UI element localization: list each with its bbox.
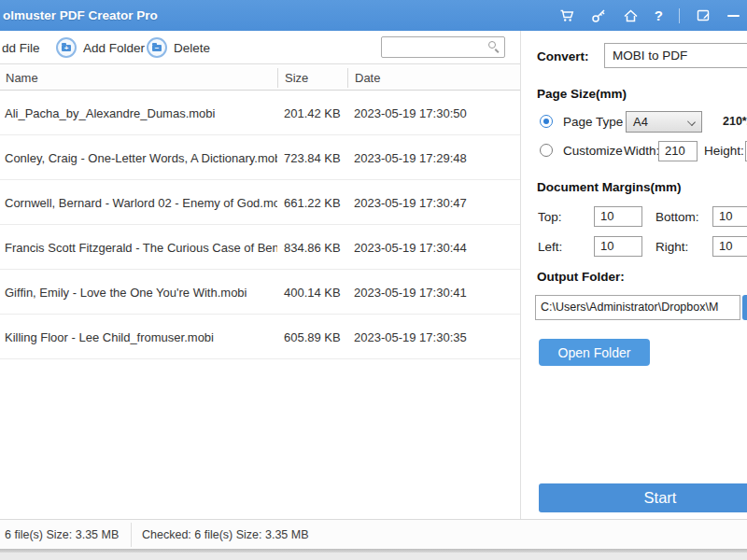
- width-value: 210: [665, 144, 685, 158]
- file-size: 723.84 KB: [284, 151, 341, 165]
- home-icon[interactable]: [623, 8, 639, 23]
- search-box[interactable]: [381, 36, 505, 58]
- customize-label: Customize: [563, 144, 623, 158]
- top-margin-label: Top:: [538, 210, 562, 224]
- column-divider: [347, 68, 348, 88]
- convert-value: MOBI to PDF: [613, 49, 687, 63]
- file-list: Ali_Pacha_by_Alexandre_Dumas.mobi 201.42…: [0, 91, 520, 359]
- cart-icon[interactable]: [559, 8, 575, 23]
- file-date: 2023-05-19 17:30:35: [354, 330, 467, 344]
- file-table-header: Name Size Date: [0, 65, 520, 91]
- window-title: olmuster PDF Creator Pro: [3, 8, 158, 22]
- file-size: 834.86 KB: [284, 241, 341, 255]
- convert-label: Convert:: [537, 49, 589, 63]
- bottom-margin-value: 10: [719, 209, 732, 223]
- window-body: dd File + Add Folder − Delete: [0, 31, 747, 549]
- page-size-heading: Page Size(mm): [537, 87, 627, 101]
- right-margin-label: Right:: [655, 240, 688, 254]
- status-bar: 6 file(s) Size: 3.35 MB Checked: 6 file(…: [0, 519, 747, 549]
- page-type-value: A4: [633, 115, 648, 129]
- titlebar-separator: [679, 8, 680, 23]
- file-name: Francis Scott Fitzgerald - The Curious C…: [5, 241, 277, 255]
- title-bar: olmuster PDF Creator Pro: [0, 0, 747, 31]
- table-row[interactable]: Francis Scott Fitzgerald - The Curious C…: [0, 225, 520, 270]
- height-label: Height:: [704, 144, 744, 158]
- delete-label: Delete: [174, 41, 210, 55]
- app-window: olmuster PDF Creator Pro: [0, 0, 747, 560]
- page-dimensions: 210*2: [723, 115, 747, 128]
- add-folder-label: Add Folder: [83, 41, 145, 55]
- toolbar: dd File + Add Folder − Delete: [0, 31, 520, 64]
- add-folder-icon: +: [56, 37, 77, 58]
- search-input[interactable]: [382, 37, 483, 57]
- page-type-radio[interactable]: [540, 115, 553, 128]
- left-margin-value: 10: [600, 239, 613, 253]
- open-folder-button[interactable]: Open Folder: [539, 339, 650, 366]
- window-bottom-edge: [0, 549, 747, 553]
- width-field[interactable]: 210: [658, 141, 698, 161]
- file-date: 2023-05-19 17:29:48: [354, 151, 467, 165]
- browse-folder-button[interactable]: [742, 295, 747, 320]
- start-button[interactable]: Start: [539, 483, 747, 512]
- file-size: 661.22 KB: [284, 196, 341, 210]
- bottom-margin-label: Bottom:: [655, 210, 699, 224]
- file-name: Ali_Pacha_by_Alexandre_Dumas.mobi: [5, 106, 277, 120]
- status-divider: [131, 523, 132, 547]
- column-header-size[interactable]: Size: [285, 71, 308, 85]
- table-row[interactable]: Ali_Pacha_by_Alexandre_Dumas.mobi 201.42…: [0, 91, 520, 135]
- delete-button[interactable]: − Delete: [147, 31, 210, 64]
- file-size: 201.42 KB: [284, 106, 341, 120]
- table-row[interactable]: Killing Floor - Lee Child_fromuser.mobi …: [0, 315, 520, 359]
- table-row[interactable]: Cornwell, Bernard - Warlord 02 - Enemy o…: [0, 180, 520, 225]
- left-margin-label: Left:: [538, 240, 562, 254]
- file-name: Killing Floor - Lee Child_fromuser.mobi: [5, 330, 277, 344]
- file-size: 605.89 KB: [284, 330, 341, 344]
- file-size: 400.14 KB: [284, 286, 341, 300]
- file-name: Conley, Craig - One-Letter Words, A Dict…: [5, 151, 277, 165]
- settings-panel: Convert: MOBI to PDF Page Size(mm) Page …: [521, 31, 747, 519]
- chevron-down-icon: [687, 118, 696, 126]
- margins-heading: Document Margins(mm): [537, 180, 682, 194]
- file-date: 2023-05-19 17:30:41: [354, 286, 467, 300]
- key-icon[interactable]: [591, 8, 607, 23]
- left-margin-field[interactable]: 10: [594, 236, 642, 257]
- status-total-files: 6 file(s) Size: 3.35 MB: [5, 528, 119, 541]
- search-icon[interactable]: [488, 41, 500, 53]
- right-margin-value: 10: [719, 239, 732, 253]
- status-checked-files: Checked: 6 file(s) Size: 3.35 MB: [142, 528, 309, 541]
- add-file-button[interactable]: dd File: [2, 31, 40, 64]
- width-label: Width:: [624, 144, 659, 158]
- file-date: 2023-05-19 17:30:47: [354, 196, 467, 210]
- add-folder-button[interactable]: + Add Folder: [56, 31, 145, 64]
- customize-radio[interactable]: [540, 144, 553, 157]
- register-icon[interactable]: [696, 8, 712, 23]
- column-header-name[interactable]: Name: [6, 71, 38, 85]
- table-row[interactable]: Giffin, Emily - Love the One You're With…: [0, 270, 520, 315]
- column-divider: [277, 68, 278, 88]
- output-path-value: C:\Users\Administrator\Dropbox\M: [541, 301, 718, 314]
- file-date: 2023-05-19 17:30:50: [354, 106, 467, 120]
- right-margin-field[interactable]: 10: [712, 236, 747, 257]
- help-icon[interactable]: ?: [655, 8, 663, 22]
- output-path-field[interactable]: C:\Users\Administrator\Dropbox\M: [535, 295, 740, 320]
- add-file-label: dd File: [2, 41, 40, 55]
- file-name: Cornwell, Bernard - Warlord 02 - Enemy o…: [5, 196, 277, 210]
- table-row[interactable]: Conley, Craig - One-Letter Words, A Dict…: [0, 135, 520, 180]
- delete-icon: −: [147, 37, 167, 58]
- page-type-label: Page Type: [563, 115, 623, 129]
- top-margin-value: 10: [600, 209, 613, 223]
- minimize-icon[interactable]: [727, 15, 740, 17]
- convert-dropdown[interactable]: MOBI to PDF: [604, 43, 747, 68]
- top-margin-field[interactable]: 10: [594, 206, 642, 227]
- page-type-dropdown[interactable]: A4: [626, 111, 702, 133]
- column-header-date[interactable]: Date: [355, 71, 380, 85]
- file-name: Giffin, Emily - Love the One You're With…: [5, 286, 277, 300]
- bottom-margin-field[interactable]: 10: [712, 206, 747, 227]
- output-folder-heading: Output Folder:: [537, 270, 625, 284]
- file-date: 2023-05-19 17:30:44: [354, 241, 467, 255]
